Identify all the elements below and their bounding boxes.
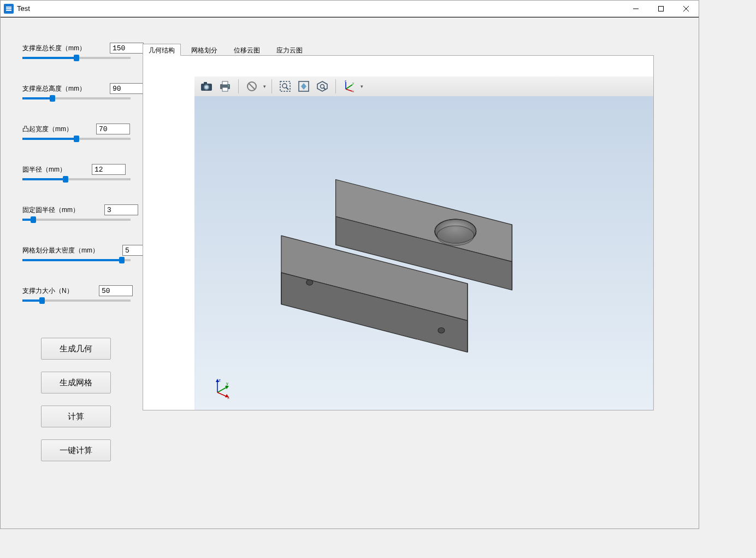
tab[interactable]: 应力云图 [270,44,309,56]
svg-rect-12 [222,81,228,85]
camera-icon[interactable] [198,78,215,95]
svg-line-25 [346,89,352,91]
param-label: 支撑力大小（N） [22,286,73,296]
svg-rect-1 [6,8,11,9]
param-row: 支撑座总高度（mm） [22,84,131,106]
axis-z-label: z [218,378,221,383]
svg-text:y: y [352,81,354,85]
toolbar-separator [271,79,272,93]
dropdown-icon[interactable]: ▾ [359,78,364,95]
param-input[interactable] [110,83,144,94]
param-slider[interactable] [22,138,131,140]
svg-point-108 [437,226,474,245]
zoom-fit-icon[interactable] [295,78,312,95]
svg-line-19 [286,87,288,90]
print-icon[interactable] [216,78,234,95]
svg-point-21 [321,85,324,89]
svg-rect-13 [222,87,228,91]
param-label: 固定圆半径（mm） [22,205,79,215]
toolbar-separator [335,79,336,93]
svg-line-22 [324,88,326,90]
viewport-3d[interactable]: z y x [194,96,653,410]
svg-rect-0 [6,7,11,8]
param-row: 固定圆半径（mm） [22,205,131,227]
calculate-button[interactable]: 计算 [41,406,111,427]
param-label: 圆半径（mm） [22,165,66,174]
svg-point-10 [205,86,208,89]
svg-rect-17 [280,81,290,91]
tab[interactable]: 位移云图 [228,44,266,56]
param-slider[interactable] [22,97,131,99]
svg-rect-2 [6,10,11,11]
param-input[interactable] [110,43,144,54]
minimize-button[interactable] [623,1,648,17]
axis-x-label: x [227,395,229,399]
param-label: 支撑座总长度（mm） [22,44,86,53]
no-entry-icon[interactable] [243,78,261,95]
toolbar-separator [238,79,239,93]
app-window: Test 支撑座总长度（mm）支撑座总高度（mm）凸起宽度（mm）圆半径（mm）… [0,0,699,529]
param-input[interactable] [104,204,138,215]
param-label: 凸起宽度（mm） [22,125,73,134]
param-row: 凸起宽度（mm） [22,125,131,146]
tab-bar: 几何结构网格划分位移云图应力云图 [143,44,677,56]
zoom-box-icon[interactable] [314,78,331,95]
svg-text:z: z [345,80,346,83]
window-title: Test [17,4,623,13]
param-slider[interactable] [22,219,131,221]
model-3d [194,96,653,410]
tab[interactable]: 网格划分 [185,44,223,56]
svg-text:x: x [352,90,354,92]
parameter-panel: 支撑座总长度（mm）支撑座总高度（mm）凸起宽度（mm）圆半径（mm）固定圆半径… [1,17,143,528]
axis-triad: z y x [211,377,233,399]
tab[interactable]: 几何结构 [143,44,181,56]
viewer-toolbar: ▾ zyx ▾ [194,77,653,96]
param-row: 支撑座总长度（mm） [22,44,131,66]
param-input[interactable] [92,164,126,175]
svg-rect-4 [659,6,664,11]
generate-mesh-button[interactable]: 生成网格 [41,372,111,393]
dropdown-icon[interactable]: ▾ [262,78,267,95]
param-input[interactable] [99,285,133,296]
param-slider[interactable] [22,178,131,180]
close-button[interactable] [674,1,699,17]
param-row: 网格划分最大密度（mm） [22,246,131,268]
svg-point-110 [438,328,445,333]
param-slider[interactable] [22,57,131,59]
zoom-window-icon[interactable] [276,78,294,95]
svg-line-24 [346,85,352,89]
viewer-panel: 几何结构网格划分位移云图应力云图 ▾ [143,17,699,528]
viewer-frame: ▾ zyx ▾ [143,55,654,410]
axis-y-label: y [226,381,228,386]
one-click-calculate-button[interactable]: 一键计算 [41,439,111,461]
param-input[interactable] [96,124,130,134]
maximize-button[interactable] [648,1,674,17]
svg-point-18 [282,84,287,88]
param-label: 支撑座总高度（mm） [22,84,86,93]
param-row: 圆半径（mm） [22,165,131,187]
svg-line-16 [249,84,255,90]
client-area: 支撑座总长度（mm）支撑座总高度（mm）凸起宽度（mm）圆半径（mm）固定圆半径… [1,17,699,528]
param-slider[interactable] [22,259,131,261]
axis-orient-icon[interactable]: zyx [340,78,358,95]
app-icon [4,4,14,14]
svg-line-127 [217,387,227,392]
svg-rect-8 [204,82,207,84]
param-slider[interactable] [22,299,131,302]
titlebar: Test [1,1,699,17]
param-row: 支撑力大小（N） [22,286,131,308]
param-label: 网格划分最大密度（mm） [22,246,99,255]
svg-point-109 [306,280,313,285]
generate-geometry-button[interactable]: 生成几何 [41,338,111,360]
svg-point-14 [228,85,229,86]
